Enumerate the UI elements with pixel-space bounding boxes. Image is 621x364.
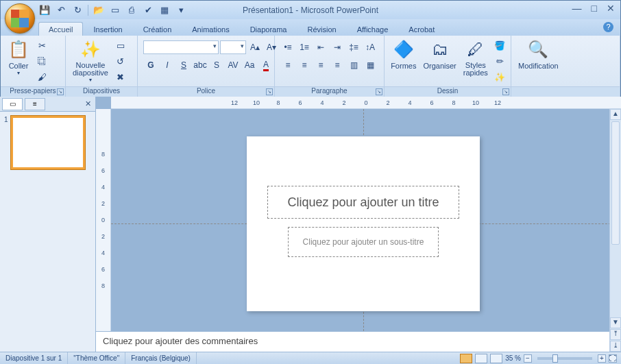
group-slides: ✨ Nouvelle diapositive ▾ ▭ ↺ ✖ Diapositi…: [66, 36, 138, 97]
normal-view-button[interactable]: [460, 354, 472, 363]
group-editing: 🔍 Modification: [511, 36, 620, 97]
outline-tab[interactable]: ≡: [25, 98, 45, 110]
quick-styles-button[interactable]: 🖊 Styles rapides: [460, 37, 491, 78]
columns-icon[interactable]: ▥: [346, 58, 361, 73]
group-paragraph: •≡ 1≡ ⇤ ⇥ ‡≡ ↕A ≡ ≡ ≡ ≡ ▥ ▦ Paragraphe↘: [275, 36, 385, 97]
delete-slide-icon[interactable]: ✖: [114, 70, 127, 84]
status-theme[interactable]: "Thème Office": [68, 352, 125, 364]
tab-animations[interactable]: Animations: [182, 22, 239, 36]
table-icon[interactable]: ▦: [158, 4, 171, 16]
tab-affichage[interactable]: Affichage: [347, 22, 399, 36]
spellcheck-icon[interactable]: ✔: [142, 4, 154, 16]
office-button[interactable]: [5, 3, 35, 34]
copy-icon[interactable]: ⿻: [35, 54, 49, 68]
qat-customize-icon[interactable]: ▾: [175, 4, 187, 16]
slides-tab[interactable]: ▭: [2, 98, 23, 110]
arrange-button[interactable]: 🗂 Organiser: [420, 37, 460, 71]
slide-canvas[interactable]: Cliquez pour ajouter un titre Cliquez po…: [247, 136, 480, 311]
font-family-combo[interactable]: [143, 40, 219, 54]
undo-icon[interactable]: ↶: [55, 4, 67, 16]
text-direction-icon[interactable]: ↕A: [363, 40, 378, 55]
tab-revision[interactable]: Révision: [297, 22, 346, 36]
justify-icon[interactable]: ≡: [330, 58, 345, 73]
close-panel-icon[interactable]: ✕: [85, 99, 91, 108]
slide-thumbnail[interactable]: 1: [4, 116, 91, 169]
char-spacing-icon[interactable]: AV: [226, 58, 241, 73]
zoom-in-button[interactable]: +: [598, 354, 606, 363]
redo-icon[interactable]: ↻: [71, 4, 84, 16]
editing-label: Modification: [518, 62, 559, 70]
shape-outline-icon[interactable]: ✏: [493, 54, 507, 68]
italic-button[interactable]: I: [160, 58, 175, 73]
binoculars-icon: 🔍: [527, 38, 549, 60]
scroll-up-icon[interactable]: ▲: [610, 109, 621, 120]
subtitle-placeholder[interactable]: Cliquez pour ajouter un sous-titre: [288, 227, 439, 257]
status-language[interactable]: Français (Belgique): [125, 352, 197, 364]
underline-button[interactable]: S: [176, 58, 191, 73]
bold-button[interactable]: G: [143, 58, 158, 73]
shape-fill-icon[interactable]: 🪣: [493, 38, 507, 52]
reset-icon[interactable]: ↺: [114, 54, 127, 68]
font-size-combo[interactable]: [220, 40, 246, 54]
minimize-button[interactable]: —: [572, 3, 582, 14]
sorter-view-button[interactable]: [475, 354, 487, 363]
help-icon[interactable]: ?: [603, 22, 613, 32]
fit-window-button[interactable]: ⛶: [609, 354, 617, 363]
clipboard-launcher[interactable]: ↘: [57, 88, 64, 95]
increase-indent-icon[interactable]: ⇥: [330, 40, 345, 55]
tab-diaporama[interactable]: Diaporama: [240, 22, 297, 36]
layout-icon[interactable]: ▭: [114, 38, 127, 52]
find-button[interactable]: 🔍 Modification: [514, 37, 563, 71]
tab-insertion[interactable]: Insertion: [83, 22, 132, 36]
drawing-launcher[interactable]: ↘: [502, 88, 509, 95]
decrease-indent-icon[interactable]: ⇤: [313, 40, 328, 55]
paragraph-launcher[interactable]: ↘: [376, 88, 382, 95]
close-button[interactable]: ✕: [607, 3, 615, 14]
slideshow-view-button[interactable]: [490, 354, 502, 363]
paste-label: Coller: [9, 62, 29, 70]
quick-styles-label: Styles rapides: [463, 62, 488, 77]
numbering-icon[interactable]: 1≡: [297, 40, 312, 55]
vertical-ruler: 864202468: [96, 109, 111, 331]
smartart-icon[interactable]: ▦: [363, 58, 378, 73]
strike-button[interactable]: abc: [193, 58, 208, 73]
zoom-slider[interactable]: [537, 357, 592, 360]
grow-font-icon[interactable]: A▴: [247, 40, 263, 55]
scroll-thumb[interactable]: [611, 121, 620, 245]
prev-slide-icon[interactable]: ⤒: [610, 329, 621, 340]
font-launcher[interactable]: ↘: [266, 88, 273, 95]
format-painter-icon[interactable]: 🖌: [35, 70, 49, 84]
scroll-down-icon[interactable]: ▼: [610, 317, 621, 328]
tab-creation[interactable]: Création: [133, 22, 182, 36]
align-right-icon[interactable]: ≡: [313, 58, 328, 73]
shapes-button[interactable]: 🔷 Formes: [387, 37, 420, 71]
align-center-icon[interactable]: ≡: [297, 58, 312, 73]
next-slide-icon[interactable]: ⤓: [610, 341, 621, 352]
tab-acrobat[interactable]: Acrobat: [398, 22, 445, 36]
shadow-button[interactable]: S: [209, 58, 224, 73]
tab-accueil[interactable]: Accueil: [38, 22, 83, 36]
vertical-scrollbar[interactable]: ▲ ▼ ⤒ ⤓: [609, 109, 621, 352]
group-paragraph-label: Paragraphe: [311, 87, 347, 95]
maximize-button[interactable]: □: [592, 3, 597, 14]
thumb-preview: [11, 116, 85, 169]
save-icon[interactable]: 💾: [38, 4, 51, 16]
open-icon[interactable]: 📂: [93, 4, 105, 16]
line-spacing-icon[interactable]: ‡≡: [346, 40, 361, 55]
zoom-out-button[interactable]: −: [524, 354, 532, 363]
change-case-icon[interactable]: Aa: [242, 58, 257, 73]
shape-effects-icon[interactable]: ✨: [493, 70, 507, 84]
new-icon[interactable]: ▭: [109, 4, 121, 16]
quickprint-icon[interactable]: ⎙: [125, 4, 138, 16]
title-placeholder[interactable]: Cliquez pour ajouter un titre: [267, 186, 459, 219]
new-slide-button[interactable]: ✨ Nouvelle diapositive ▾: [69, 37, 112, 84]
title-bar: 💾 ↶ ↻ 📂 ▭ ⎙ ✔ ▦ ▾ Présentation1 - Micros…: [1, 1, 620, 19]
align-left-icon[interactable]: ≡: [280, 58, 295, 73]
font-color-icon[interactable]: A: [258, 58, 273, 73]
zoom-level[interactable]: 35 %: [505, 354, 521, 362]
paste-button[interactable]: 📋 Coller ▾: [3, 37, 34, 77]
paste-icon: 📋: [8, 38, 29, 60]
notes-pane[interactable]: Cliquez pour ajouter des commentaires: [96, 331, 621, 352]
cut-icon[interactable]: ✂: [35, 38, 49, 52]
bullets-icon[interactable]: •≡: [280, 40, 295, 55]
